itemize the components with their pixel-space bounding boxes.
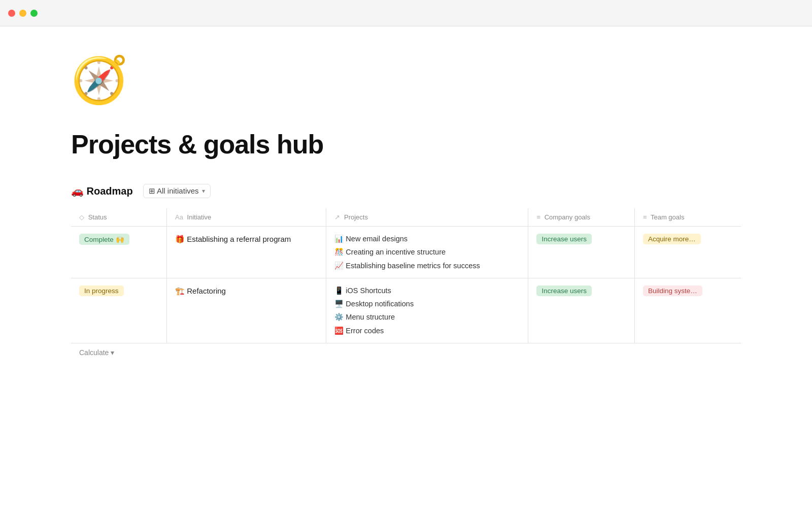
table-footer-row: Calculate ▾ — [71, 343, 741, 362]
minimize-button[interactable] — [19, 10, 26, 17]
calculate-button[interactable]: Calculate ▾ — [79, 348, 114, 357]
roadmap-table: ◇ Status Aa Initiative ↗ Projects ≡ Comp… — [71, 208, 741, 362]
status-badge: Complete 🙌 — [79, 234, 129, 245]
view-label: ⊞ All initiatives — [149, 186, 199, 196]
initiative-cell: 🏗️ Refactoring — [167, 278, 326, 343]
section-header: 🚗 Roadmap ⊞ All initiatives ▾ — [71, 184, 741, 198]
status-badge: In progress — [79, 285, 124, 296]
chevron-down-icon: ▾ — [111, 348, 114, 357]
list-item[interactable]: 🖥️ Desktop notifications — [334, 299, 520, 309]
status-cell: Complete 🙌 — [71, 227, 167, 278]
project-list: 📱 iOS Shortcuts 🖥️ Desktop notifications… — [334, 285, 520, 336]
table-row: Complete 🙌 🎁 Establishing a referral pro… — [71, 227, 741, 278]
initiative-cell: 🎁 Establishing a referral program — [167, 227, 326, 278]
company-col-icon: ≡ — [536, 213, 540, 221]
close-button[interactable] — [8, 10, 15, 17]
status-col-icon: ◇ — [79, 213, 84, 221]
company-goal-badge: Increase users — [536, 285, 592, 296]
list-item[interactable]: 🆘 Error codes — [334, 326, 520, 336]
team-goal-badge: Building syste… — [643, 285, 702, 296]
list-item[interactable]: ⚙️ Menu structure — [334, 312, 520, 322]
page-content: 🧭 Projects & goals hub 🚗 Roadmap ⊞ All i… — [0, 26, 812, 392]
team-goal-cell: Acquire more… — [634, 227, 741, 278]
project-list: 📊 New email designs 🎊 Creating an incent… — [334, 234, 520, 271]
col-header-team: ≡ Team goals — [634, 208, 741, 227]
projects-cell: 📊 New email designs 🎊 Creating an incent… — [326, 227, 528, 278]
list-item[interactable]: 📈 Establishing baseline metrics for succ… — [334, 261, 520, 271]
chevron-down-icon: ▾ — [202, 187, 205, 195]
team-col-icon: ≡ — [643, 213, 647, 221]
company-goal-cell: Increase users — [528, 278, 635, 343]
list-item[interactable]: 📱 iOS Shortcuts — [334, 285, 520, 296]
view-switcher[interactable]: ⊞ All initiatives ▾ — [143, 184, 211, 198]
status-cell: In progress — [71, 278, 167, 343]
table-row: In progress 🏗️ Refactoring 📱 iOS Shortcu… — [71, 278, 741, 343]
calculate-label: Calculate — [79, 348, 109, 357]
company-goal-badge: Increase users — [536, 234, 592, 244]
list-item[interactable]: 📊 New email designs — [334, 234, 520, 244]
footer-cell: Calculate ▾ — [71, 343, 741, 362]
company-goal-cell: Increase users — [528, 227, 635, 278]
titlebar — [0, 0, 812, 26]
table-header-row: ◇ Status Aa Initiative ↗ Projects ≡ Comp… — [71, 208, 741, 227]
initiative-text: 🎁 Establishing a referral program — [175, 235, 291, 243]
col-header-status: ◇ Status — [71, 208, 167, 227]
fullscreen-button[interactable] — [30, 10, 38, 17]
initiative-col-icon: Aa — [175, 213, 183, 221]
roadmap-title: 🚗 Roadmap — [71, 185, 133, 197]
projects-col-icon: ↗ — [334, 213, 340, 221]
initiative-text: 🏗️ Refactoring — [175, 287, 226, 295]
page-icon: 🧭 — [71, 57, 127, 113]
team-goal-cell: Building syste… — [634, 278, 741, 343]
list-item[interactable]: 🎊 Creating an incentive structure — [334, 247, 520, 257]
col-header-projects: ↗ Projects — [326, 208, 528, 227]
page-title: Projects & goals hub — [71, 129, 741, 160]
team-goal-badge: Acquire more… — [643, 234, 701, 244]
col-header-company: ≡ Company goals — [528, 208, 635, 227]
projects-cell: 📱 iOS Shortcuts 🖥️ Desktop notifications… — [326, 278, 528, 343]
col-header-initiative: Aa Initiative — [167, 208, 326, 227]
